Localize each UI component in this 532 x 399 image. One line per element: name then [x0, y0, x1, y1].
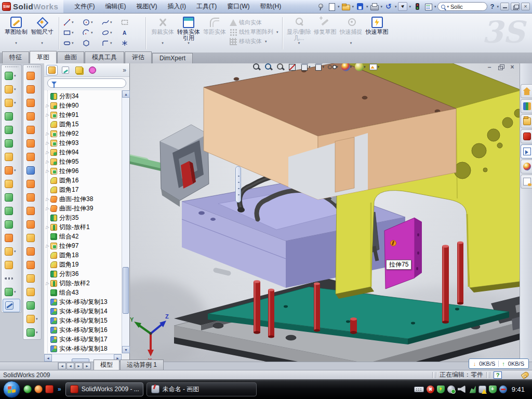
sync-icon[interactable]	[499, 385, 507, 393]
rib-icon[interactable]	[2, 177, 21, 191]
shield-lightning-icon[interactable]	[437, 385, 445, 393]
expand-arrow-icon[interactable]: ▷	[46, 244, 50, 248]
menu-item[interactable]: 插入(I)	[163, 1, 191, 12]
pin-icon[interactable]	[316, 2, 325, 11]
tree-item[interactable]: 组合43	[44, 288, 122, 297]
tree-item[interactable]: ▷ 拉伸95	[44, 157, 122, 166]
tree-item[interactable]: ▷ 拉伸90	[44, 101, 122, 110]
command-tab[interactable]: 评估	[125, 51, 152, 63]
task-pane-tab[interactable]	[521, 114, 532, 128]
doc-close-button[interactable]: ×	[508, 63, 516, 71]
tree-item[interactable]: 分割36	[44, 269, 122, 278]
fill-surface-icon[interactable]	[23, 150, 41, 164]
move-icon[interactable]: 移动实体 ▾	[230, 37, 278, 45]
pattern-icon[interactable]: 线性草图阵列 ▾	[230, 28, 278, 36]
dropdown-arrow-icon[interactable]: ▾	[14, 249, 16, 254]
expand-arrow-icon[interactable]: ▷	[46, 281, 50, 286]
swept-boss-icon[interactable]	[2, 110, 21, 123]
repair-icon[interactable]: 修复草图	[312, 16, 338, 45]
replace-face-icon[interactable]	[23, 218, 41, 231]
cavity-insert-gray-block[interactable]	[160, 125, 209, 207]
tree-item[interactable]: 实体-移动/复制17	[44, 335, 122, 344]
wrap-icon[interactable]	[2, 191, 21, 204]
tree-item[interactable]: ▷ 拉伸97	[44, 241, 122, 250]
dropdown-arrow-icon[interactable]: ▾	[336, 65, 338, 69]
line-icon[interactable]: ▾	[63, 17, 82, 28]
scroll-down-button[interactable]: ▼	[122, 346, 130, 353]
dome-icon[interactable]	[23, 299, 41, 312]
launcher-icon[interactable]	[34, 385, 43, 393]
input-method-icon[interactable]	[414, 387, 424, 392]
expand-chevron[interactable]: »	[123, 66, 127, 74]
scroll-up-button[interactable]: ▲	[122, 90, 130, 98]
dropdown-arrow-icon[interactable]: ▾	[3, 41, 29, 45]
helix-curve-icon[interactable]: ▾	[23, 326, 41, 339]
swept-surface-icon[interactable]	[23, 69, 41, 83]
dropdown-arrow-icon[interactable]: ▾	[91, 31, 93, 35]
dropdown-arrow-icon[interactable]: ▾	[14, 290, 16, 294]
expand-arrow-icon[interactable]: ▷	[46, 141, 50, 145]
command-tab[interactable]: 草图	[30, 51, 57, 63]
move-copy-body-icon[interactable]	[2, 231, 21, 245]
scroll-left-button[interactable]: ◄	[44, 354, 52, 362]
convert-icon[interactable]: 转换实体引用 ▾	[176, 16, 202, 45]
save-icon[interactable]	[355, 2, 365, 11]
scroll-thumb[interactable]	[123, 267, 129, 314]
minimize-button[interactable]	[500, 3, 509, 10]
delete-face-icon[interactable]	[23, 204, 41, 218]
knit-surface-icon[interactable]	[23, 272, 41, 285]
text-icon[interactable]: A	[121, 28, 140, 38]
dropdown-arrow-icon[interactable]: ▾	[36, 317, 38, 321]
taskbar-task-button[interactable]: 未命名 - 画图	[147, 382, 257, 396]
close-button[interactable]: ×	[521, 3, 530, 10]
tree-item[interactable]: 圆角16	[44, 176, 122, 185]
start-button[interactable]	[3, 381, 20, 398]
defender-icon[interactable]	[489, 385, 497, 393]
hud-button[interactable]: ▾	[369, 63, 380, 71]
planar-surface-icon[interactable]	[23, 137, 41, 150]
reference-plane-icon[interactable]	[2, 258, 21, 272]
tree-item[interactable]: ▷ 曲面-拉伸38	[44, 194, 122, 204]
dropdown-arrow-icon[interactable]: ▾	[378, 65, 380, 69]
hud-button[interactable]	[264, 63, 273, 71]
command-tab[interactable]: DimXpert	[152, 53, 193, 63]
dropdown-arrow-icon[interactable]: ▾	[338, 41, 364, 45]
open-document-icon[interactable]	[341, 2, 350, 11]
undo-icon[interactable]: ↺	[384, 2, 393, 11]
measure-icon[interactable]	[3, 299, 20, 312]
network-warning-icon[interactable]	[478, 385, 486, 393]
menu-item[interactable]: 工具(T)	[192, 1, 221, 12]
expand-arrow-icon[interactable]: ▷	[46, 159, 50, 164]
fillet-icon[interactable]: ▾	[2, 96, 21, 110]
search-box[interactable]: ▾	[437, 2, 487, 11]
dropdown-arrow-icon[interactable]: ▾	[36, 330, 38, 335]
print-icon[interactable]	[369, 2, 379, 11]
property-manager-icon[interactable]	[60, 65, 71, 75]
dropdown-arrow-icon[interactable]: ▾	[72, 31, 74, 35]
dropdown-arrow-icon[interactable]: ▾	[265, 39, 267, 44]
spline-icon[interactable]: ▾	[101, 17, 121, 28]
tree-item[interactable]: ▷ 拉伸91	[44, 110, 122, 119]
dropdown-arrow-icon[interactable]: ▾	[323, 65, 325, 69]
hud-button[interactable]	[288, 63, 297, 71]
tree-item[interactable]: 组合42	[44, 232, 122, 241]
doc-minimize-button[interactable]: –	[485, 63, 494, 71]
filter-input[interactable]	[47, 78, 126, 88]
dimension-icon[interactable]: 智能尺寸 ▾	[29, 16, 55, 45]
tag-icon[interactable]	[521, 370, 529, 379]
expand-arrow-icon[interactable]: ▷	[46, 113, 50, 117]
point-icon[interactable]	[121, 38, 140, 48]
update-icon[interactable]	[447, 385, 455, 393]
extruded-surface-icon[interactable]	[23, 110, 41, 123]
dropdown-arrow-icon[interactable]: ▾	[110, 20, 112, 24]
dropdown-arrow-icon[interactable]: ▾	[72, 41, 74, 45]
select-tool-icon[interactable]	[398, 2, 407, 11]
slide-block-magenta[interactable]	[384, 218, 422, 289]
dropdown-arrow-icon[interactable]: ▾	[91, 20, 93, 24]
rectangle-icon[interactable]: ▾	[63, 28, 82, 38]
hud-button[interactable]	[252, 63, 261, 71]
quick-tips-button[interactable]: ?	[494, 371, 502, 379]
hud-button[interactable]	[276, 63, 285, 71]
command-tab[interactable]: 模具工具	[85, 51, 124, 63]
tab-nav-button[interactable]: ►	[75, 363, 83, 369]
